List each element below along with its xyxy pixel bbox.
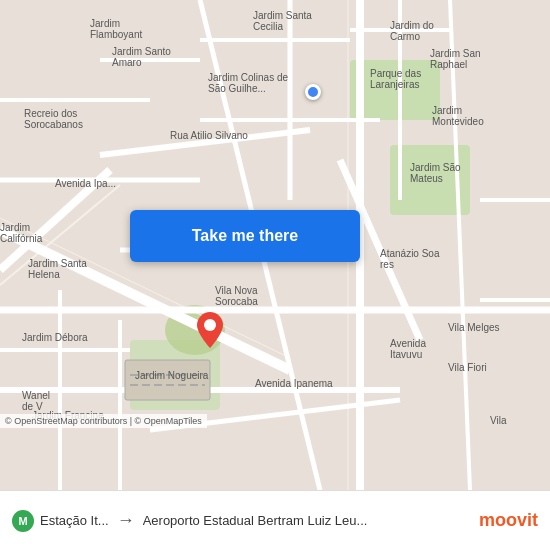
destination-pin [197, 312, 223, 352]
map-container: JardimFlamboyant Jardim SantaCecilia Jar… [0, 0, 550, 490]
moovit-logo: moovit [479, 510, 538, 531]
to-label: Aeroporto Estadual Bertram Luiz Leu... [143, 513, 368, 528]
origin-pin [305, 84, 321, 100]
take-me-there-button[interactable]: Take me there [130, 210, 360, 262]
route-from: M Estação It... [12, 510, 109, 532]
route-to: Aeroporto Estadual Bertram Luiz Leu... [143, 513, 479, 528]
map-attribution: © OpenStreetMap contributors | © OpenMap… [0, 414, 207, 428]
svg-point-35 [204, 319, 216, 331]
svg-rect-32 [125, 360, 210, 400]
from-icon: M [12, 510, 34, 532]
bottom-bar: M Estação It... → Aeroporto Estadual Ber… [0, 490, 550, 550]
from-label: Estação It... [40, 513, 109, 528]
route-arrow: → [109, 510, 143, 531]
